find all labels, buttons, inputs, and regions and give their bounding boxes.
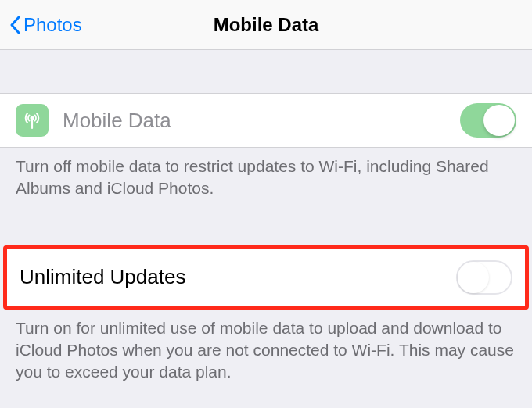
spacer	[0, 214, 532, 245]
unlimited-updates-row: Unlimited Updates	[7, 249, 525, 306]
antenna-icon	[16, 104, 49, 137]
spacer	[0, 50, 532, 93]
back-button[interactable]: Photos	[0, 14, 82, 36]
mobile-data-toggle[interactable]	[460, 103, 516, 138]
mobile-data-label: Mobile Data	[63, 109, 460, 133]
unlimited-updates-toggle[interactable]	[456, 260, 512, 295]
highlight-box: Unlimited Updates	[3, 245, 529, 310]
back-label: Photos	[23, 14, 82, 36]
nav-header: Photos Mobile Data	[0, 0, 532, 50]
unlimited-updates-footer: Turn on for unlimited use of mobile data…	[0, 310, 532, 398]
mobile-data-footer: Turn off mobile data to restrict updates…	[0, 148, 532, 214]
mobile-data-row: Mobile Data	[0, 93, 532, 148]
toggle-knob	[483, 105, 515, 136]
unlimited-updates-label: Unlimited Updates	[20, 265, 456, 289]
toggle-knob	[458, 262, 489, 293]
chevron-left-icon	[9, 16, 20, 34]
